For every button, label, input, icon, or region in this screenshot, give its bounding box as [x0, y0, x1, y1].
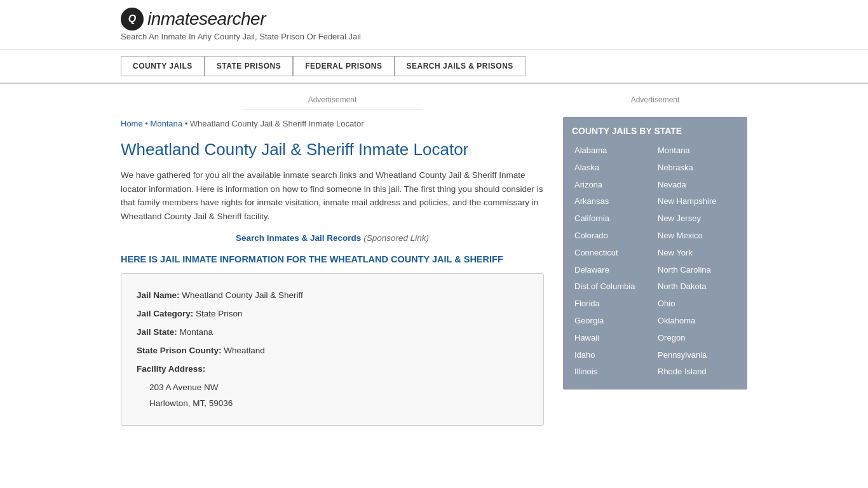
nav-bar: COUNTY JAILS STATE PRISONS FEDERAL PRISO…	[0, 50, 868, 84]
state-link-rhode-island[interactable]: Rhode Island	[655, 363, 738, 381]
state-link-idaho[interactable]: Idaho	[572, 347, 655, 364]
state-link-ohio[interactable]: Ohio	[655, 295, 738, 313]
main-content: Advertisement Home • Montana • Wheatland…	[121, 90, 544, 426]
state-link-california[interactable]: California	[572, 210, 655, 227]
state-link-hawaii[interactable]: Hawaii	[572, 330, 655, 347]
logo-text-part1: inmate	[147, 9, 199, 29]
state-link-new-york[interactable]: New York	[655, 245, 738, 262]
state-link-new-hampshire[interactable]: New Hampshire	[655, 193, 738, 210]
nav-search-jails[interactable]: SEARCH JAILS & PRISONS	[395, 56, 526, 76]
jail-state-value: Montana	[180, 327, 214, 337]
jail-category-label: Jail Category:	[137, 309, 193, 318]
logo-text: inmatesearcher	[147, 9, 266, 29]
page-description: We have gathered for you all the availab…	[121, 168, 544, 223]
states-grid: AlabamaAlaskaArizonaArkansasCaliforniaCo…	[572, 142, 738, 381]
state-link-delaware[interactable]: Delaware	[572, 262, 655, 279]
breadcrumb: Home • Montana • Wheatland County Jail &…	[121, 119, 544, 128]
sidebar: Advertisement COUNTY JAILS BY STATE Alab…	[563, 90, 747, 426]
jail-category-row: Jail Category: State Prison	[137, 305, 528, 322]
breadcrumb-state[interactable]: Montana	[150, 119, 182, 128]
info-heading: HERE IS JAIL INMATE INFORMATION FOR THE …	[121, 254, 544, 264]
state-link-oregon[interactable]: Oregon	[655, 330, 738, 347]
page-title: Wheatland County Jail & Sheriff Inmate L…	[121, 140, 544, 159]
nav-county-jails[interactable]: COUNTY JAILS	[121, 56, 205, 76]
logo-icon: Q	[121, 8, 144, 30]
state-link-montana[interactable]: Montana	[655, 142, 738, 159]
states-col-left: AlabamaAlaskaArizonaArkansasCaliforniaCo…	[572, 142, 655, 381]
jail-name-label: Jail Name:	[137, 290, 180, 300]
state-link-illinois[interactable]: Illinois	[572, 363, 655, 381]
tagline: Search An Inmate In Any County Jail, Sta…	[121, 32, 747, 41]
jail-county-row: State Prison County: Wheatland	[137, 342, 528, 359]
jail-address-line1: 203 A Avenue NW	[149, 380, 528, 395]
state-link-florida[interactable]: Florida	[572, 295, 655, 313]
breadcrumb-current: Wheatland County Jail & Sheriff Inmate L…	[190, 119, 364, 128]
state-link-pennsylvania[interactable]: Pennsylvania	[655, 347, 738, 364]
ad-bar-top: Advertisement	[241, 90, 423, 110]
state-link-north-carolina[interactable]: North Carolina	[655, 262, 738, 279]
search-inmates-link[interactable]: Search Inmates & Jail Records	[236, 233, 361, 243]
state-link-dist.of-columbia[interactable]: Dist.of Columbia	[572, 278, 655, 295]
jail-address-line2: Harlowton, MT, 59036	[149, 396, 528, 411]
jail-state-row: Jail State: Montana	[137, 323, 528, 341]
sponsored-label: (Sponsored Link)	[363, 233, 429, 243]
state-link-colorado[interactable]: Colorado	[572, 227, 655, 245]
jail-name-row: Jail Name: Wheatland County Jail & Sheri…	[137, 287, 528, 304]
state-link-new-jersey[interactable]: New Jersey	[655, 210, 738, 227]
jail-name-value: Wheatland County Jail & Sheriff	[182, 290, 302, 300]
state-link-alabama[interactable]: Alabama	[572, 142, 655, 159]
county-jails-title: COUNTY JAILS BY STATE	[572, 126, 738, 136]
jail-state-label: Jail State:	[137, 327, 177, 337]
jail-county-value: Wheatland	[224, 346, 265, 355]
jail-address-block: 203 A Avenue NW Harlowton, MT, 59036	[149, 380, 528, 411]
state-link-new-mexico[interactable]: New Mexico	[655, 227, 738, 245]
nav-state-prisons[interactable]: STATE PRISONS	[205, 56, 293, 76]
state-link-arkansas[interactable]: Arkansas	[572, 193, 655, 210]
jail-info-box: Jail Name: Wheatland County Jail & Sheri…	[121, 273, 544, 426]
state-link-north-dakota[interactable]: North Dakota	[655, 278, 738, 295]
state-link-connecticut[interactable]: Connecticut	[572, 245, 655, 262]
logo-text-part2: searcher	[199, 9, 266, 29]
state-link-arizona[interactable]: Arizona	[572, 177, 655, 194]
state-link-nevada[interactable]: Nevada	[655, 177, 738, 194]
state-link-nebraska[interactable]: Nebraska	[655, 159, 738, 177]
states-col-right: MontanaNebraskaNevadaNew HampshireNew Je…	[655, 142, 738, 381]
jail-address-row: Facility Address: 203 A Avenue NW Harlow…	[137, 360, 528, 411]
search-link-section: Search Inmates & Jail Records (Sponsored…	[121, 233, 544, 243]
sidebar-ad: Advertisement	[563, 90, 747, 117]
state-link-georgia[interactable]: Georgia	[572, 313, 655, 330]
breadcrumb-home[interactable]: Home	[121, 119, 143, 128]
county-jails-box: COUNTY JAILS BY STATE AlabamaAlaskaArizo…	[563, 117, 747, 390]
jail-county-label: State Prison County:	[137, 346, 222, 355]
jail-address-label: Facility Address:	[137, 364, 205, 374]
jail-category-value: State Prison	[196, 309, 243, 318]
nav-federal-prisons[interactable]: FEDERAL PRISONS	[293, 56, 394, 76]
state-link-oklahoma[interactable]: Oklahoma	[655, 313, 738, 330]
state-link-alaska[interactable]: Alaska	[572, 159, 655, 177]
